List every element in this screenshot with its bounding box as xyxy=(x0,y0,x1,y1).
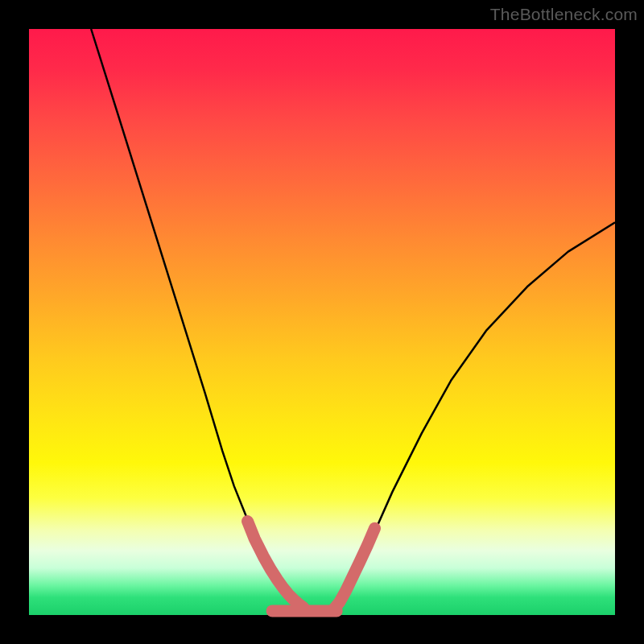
chart-frame: TheBottleneck.com xyxy=(0,0,644,644)
series-right-marker-band xyxy=(334,528,375,609)
curve-layer xyxy=(29,29,615,615)
watermark-text: TheBottleneck.com xyxy=(490,5,638,24)
series-left-curve xyxy=(91,29,299,608)
series-right-curve xyxy=(338,222,615,608)
plot-area xyxy=(29,29,615,615)
series-left-marker-band xyxy=(248,522,303,608)
